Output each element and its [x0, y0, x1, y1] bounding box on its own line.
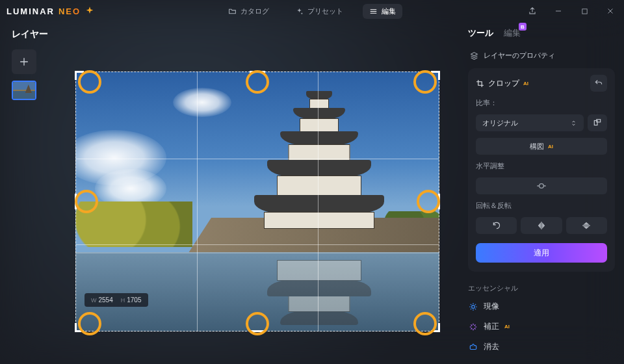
- swap-orientation-icon: [593, 118, 602, 127]
- svg-rect-5: [470, 345, 476, 349]
- maximize-icon: [581, 8, 588, 15]
- tab-tools[interactable]: ツール: [468, 27, 493, 39]
- logo-emblem-icon: [84, 6, 95, 16]
- ratio-label: 比率：: [476, 98, 607, 108]
- dim-h-value: 1705: [127, 296, 141, 304]
- chevrons-icon: [570, 120, 577, 127]
- nav-presets-label: プリセット: [307, 6, 343, 16]
- close-button[interactable]: [601, 2, 620, 20]
- folder-icon: [228, 7, 237, 16]
- layer-properties-label: レイヤーのプロパティ: [484, 51, 555, 60]
- tool-enhance[interactable]: 補正 AI: [468, 317, 615, 336]
- ratio-value: オリジナル: [482, 118, 518, 128]
- right-tabs: ツール 編集 B: [468, 27, 615, 39]
- layer-properties-row[interactable]: レイヤーのプロパティ: [468, 47, 615, 64]
- nav-catalog-label: カタログ: [240, 6, 269, 16]
- logo-text-neo: NEO: [58, 6, 81, 16]
- undo-icon: [594, 79, 603, 88]
- crop-icon: [476, 79, 484, 88]
- share-button[interactable]: [523, 2, 542, 20]
- rotate-icon: [492, 221, 501, 230]
- logo-text-luminar: LUMINAR: [6, 6, 55, 16]
- tool-develop-label: 現像: [484, 301, 499, 312]
- top-nav: カタログ プリセット 編集: [222, 4, 402, 19]
- tool-develop[interactable]: 現像: [468, 297, 615, 316]
- erase-icon: [468, 343, 478, 352]
- ai-tag: AI: [523, 81, 528, 86]
- ai-tag-2: AI: [548, 144, 553, 150]
- ratio-select[interactable]: オリジナル: [476, 114, 584, 131]
- canvas-area: W2554 H1705: [52, 22, 463, 364]
- tool-erase[interactable]: 消去: [468, 337, 615, 356]
- composition-button[interactable]: 構図 AI: [476, 138, 607, 155]
- nav-edit[interactable]: 編集: [363, 4, 402, 19]
- sun-icon: [468, 302, 478, 311]
- sliders-icon: [369, 7, 378, 16]
- add-layer-button[interactable]: [12, 49, 36, 74]
- nav-catalog[interactable]: カタログ: [222, 4, 276, 19]
- rotflip-label: 回転＆反転: [476, 201, 607, 211]
- flip-horizontal-icon: [536, 221, 547, 230]
- apply-button[interactable]: 適用: [476, 243, 607, 263]
- photo-preview: [75, 72, 439, 332]
- dim-h-label: H: [121, 297, 125, 304]
- essentials-section: エッセンシャル 現像 補正 AI 消去: [468, 283, 615, 356]
- flip-h-button[interactable]: [521, 217, 562, 234]
- minimize-button[interactable]: [549, 2, 568, 20]
- swap-ratio-button[interactable]: [588, 114, 607, 131]
- level-icon: [536, 181, 547, 191]
- rotate-button[interactable]: [476, 217, 517, 234]
- nav-presets[interactable]: プリセット: [289, 4, 350, 19]
- minimize-icon: [554, 7, 562, 15]
- layers-title: レイヤー: [12, 29, 52, 40]
- close-icon: [606, 7, 614, 15]
- enhance-icon: [468, 322, 478, 332]
- flip-vertical-icon: [582, 220, 591, 231]
- beta-badge: B: [519, 23, 526, 31]
- tool-enhance-label: 補正: [484, 321, 499, 332]
- ai-tag-3: AI: [504, 324, 510, 330]
- svg-rect-0: [582, 8, 586, 13]
- window-controls: [523, 2, 620, 20]
- crop-title: クロップ: [488, 78, 519, 89]
- composition-label: 構図: [530, 142, 544, 151]
- layers-panel: レイヤー: [0, 22, 52, 364]
- layers-icon: [469, 51, 478, 60]
- undo-button[interactable]: [590, 75, 607, 92]
- sparkle-icon: [295, 7, 304, 16]
- canvas[interactable]: W2554 H1705: [75, 72, 439, 332]
- app-logo: LUMINAR NEO: [6, 6, 95, 16]
- horizon-slider[interactable]: [476, 177, 607, 194]
- right-panel: ツール 編集 B レイヤーのプロパティ クロップ AI 比率：: [463, 22, 624, 364]
- tool-erase-label: 消去: [484, 341, 499, 352]
- apply-label: 適用: [534, 248, 549, 259]
- maximize-button[interactable]: [575, 2, 594, 20]
- dim-w-label: W: [91, 297, 97, 304]
- plus-icon: [19, 57, 29, 67]
- svg-point-4: [472, 305, 475, 308]
- nav-edit-label: 編集: [382, 6, 396, 16]
- dim-w-value: 2554: [99, 296, 113, 304]
- titlebar: LUMINAR NEO カタログ プリセット 編集: [0, 0, 624, 22]
- essentials-title: エッセンシャル: [468, 283, 615, 293]
- flip-v-button[interactable]: [566, 217, 607, 234]
- horizon-label: 水平調整: [476, 161, 607, 171]
- crop-panel: クロップ AI 比率： オリジナル 構図 AI 水: [468, 68, 615, 272]
- svg-point-3: [540, 184, 544, 188]
- share-icon: [528, 6, 537, 16]
- dimensions-badge: W2554 H1705: [84, 293, 148, 307]
- layer-thumbnail[interactable]: [12, 81, 36, 100]
